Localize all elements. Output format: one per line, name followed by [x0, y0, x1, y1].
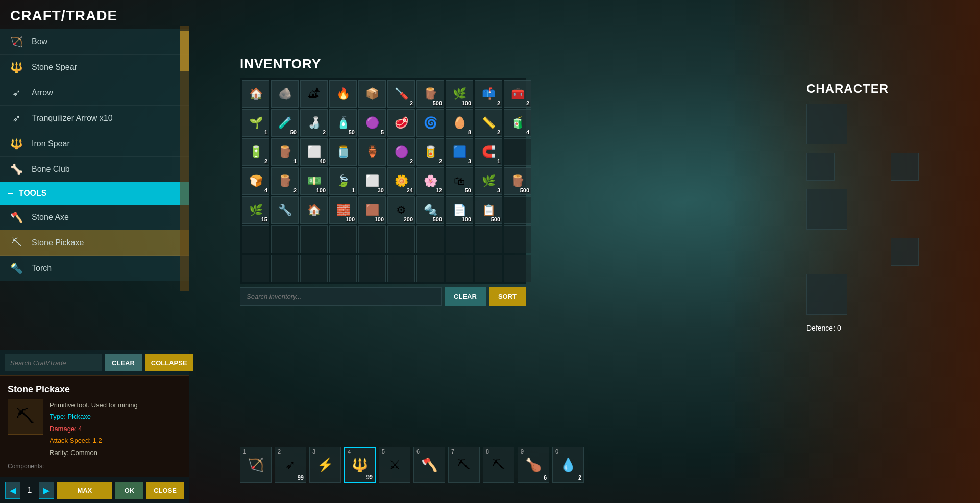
- inventory-cell-24[interactable]: 🏺: [358, 138, 386, 166]
- inventory-cell-30[interactable]: 🍞4: [242, 167, 270, 195]
- inventory-cell-47[interactable]: 📄100: [446, 196, 473, 224]
- inventory-cell-55[interactable]: [387, 225, 415, 253]
- inventory-cell-50[interactable]: [242, 225, 270, 253]
- hotbar-slot-3[interactable]: 3⚡: [309, 447, 341, 483]
- inventory-cell-29[interactable]: [504, 138, 531, 166]
- inventory-cell-42[interactable]: 🏠: [300, 196, 328, 224]
- craft-item-tranq-arrow[interactable]: ➶ Tranquilizer Arrow x10: [0, 106, 189, 131]
- hotbar-slot-6[interactable]: 6🪓: [413, 447, 445, 483]
- inventory-cell-57[interactable]: [446, 225, 473, 253]
- inventory-cell-23[interactable]: 🫙: [329, 138, 357, 166]
- craft-item-arrow[interactable]: ➶ Arrow: [0, 80, 189, 106]
- inventory-cell-61[interactable]: [271, 255, 299, 282]
- inventory-cell-41[interactable]: 🔧: [271, 196, 299, 224]
- inventory-cell-67[interactable]: [446, 255, 473, 282]
- inventory-cell-7[interactable]: 🌿100: [446, 80, 473, 108]
- inventory-cell-36[interactable]: 🌸12: [416, 167, 444, 195]
- inventory-cell-2[interactable]: 🏕: [300, 80, 328, 108]
- craft-item-bone-club[interactable]: 🦴 Bone Club: [0, 157, 189, 182]
- inventory-sort-button[interactable]: SORT: [489, 287, 526, 306]
- inventory-cell-6[interactable]: 🪵500: [416, 80, 444, 108]
- inventory-cell-17[interactable]: 🥚8: [446, 109, 473, 137]
- craft-search-input[interactable]: [5, 354, 102, 371]
- inventory-cell-3[interactable]: 🔥: [329, 80, 357, 108]
- inventory-cell-69[interactable]: [504, 255, 531, 282]
- inventory-cell-43[interactable]: 🧱100: [329, 196, 357, 224]
- inventory-cell-56[interactable]: [416, 225, 444, 253]
- hotbar-slot-7[interactable]: 7⛏: [448, 447, 480, 483]
- tools-section-header[interactable]: − TOOLS: [0, 182, 189, 205]
- hotbar-slot-9[interactable]: 9🍗6: [518, 447, 549, 483]
- inventory-cell-58[interactable]: [475, 225, 502, 253]
- inventory-cell-20[interactable]: 🔋2: [242, 138, 270, 166]
- inventory-cell-31[interactable]: 🪵2: [271, 167, 299, 195]
- hotbar-slot-4[interactable]: 4🔱99: [344, 447, 376, 483]
- inventory-cell-33[interactable]: 🍃1: [329, 167, 357, 195]
- craft-item-bow[interactable]: 🏹 Bow: [0, 29, 189, 55]
- inventory-cell-68[interactable]: [475, 255, 502, 282]
- craft-scrollbar[interactable]: [180, 26, 189, 291]
- inventory-cell-28[interactable]: 🧲1: [475, 138, 502, 166]
- inventory-cell-13[interactable]: 🧴50: [329, 109, 357, 137]
- craft-scrollbar-thumb[interactable]: [180, 31, 189, 71]
- craft-item-stone-pickaxe[interactable]: ⛏ Stone Pickaxe: [0, 230, 189, 256]
- inventory-cell-65[interactable]: [387, 255, 415, 282]
- inventory-cell-18[interactable]: 📏2: [475, 109, 502, 137]
- inventory-cell-48[interactable]: 📋500: [475, 196, 502, 224]
- inventory-cell-0[interactable]: 🏠: [242, 80, 270, 108]
- character-slot-3[interactable]: [891, 238, 919, 266]
- craft-item-stone-axe[interactable]: 🪓 Stone Axe: [0, 205, 189, 230]
- inventory-cell-53[interactable]: [329, 225, 357, 253]
- inventory-cell-66[interactable]: [416, 255, 444, 282]
- inventory-cell-52[interactable]: [300, 225, 328, 253]
- inventory-cell-26[interactable]: 🥫2: [416, 138, 444, 166]
- inventory-cell-9[interactable]: 🧰2: [504, 80, 531, 108]
- inventory-cell-51[interactable]: [271, 225, 299, 253]
- craft-close-button[interactable]: CLOSE: [146, 482, 184, 499]
- inventory-cell-63[interactable]: [329, 255, 357, 282]
- inventory-cell-8[interactable]: 📫2: [475, 80, 502, 108]
- inventory-cell-35[interactable]: 🌼24: [387, 167, 415, 195]
- hotbar-slot-1[interactable]: 1🏹: [240, 447, 272, 483]
- inventory-cell-60[interactable]: [242, 255, 270, 282]
- inventory-cell-62[interactable]: [300, 255, 328, 282]
- inventory-cell-64[interactable]: [358, 255, 386, 282]
- inventory-cell-4[interactable]: 📦: [358, 80, 386, 108]
- inventory-cell-40[interactable]: 🌿15: [242, 196, 270, 224]
- character-slot-2[interactable]: [891, 153, 919, 181]
- inventory-cell-49[interactable]: [504, 196, 531, 224]
- inventory-cell-21[interactable]: 🪵1: [271, 138, 299, 166]
- hotbar-slot-2[interactable]: 2➶99: [275, 447, 306, 483]
- inventory-cell-38[interactable]: 🌿3: [475, 167, 502, 195]
- inventory-cell-59[interactable]: [504, 225, 531, 253]
- inventory-cell-37[interactable]: 🛍50: [446, 167, 473, 195]
- inventory-cell-45[interactable]: ⚙200: [387, 196, 415, 224]
- character-main-slot[interactable]: [806, 104, 847, 144]
- craft-ok-button[interactable]: OK: [115, 482, 144, 499]
- character-body-slot[interactable]: [806, 189, 847, 230]
- inventory-cell-11[interactable]: 🧪50: [271, 109, 299, 137]
- inventory-clear-button[interactable]: CLEAR: [445, 287, 486, 306]
- inventory-cell-19[interactable]: 🧃4: [504, 109, 531, 137]
- craft-item-stone-spear[interactable]: 🔱 Stone Spear: [0, 55, 189, 80]
- craft-clear-button[interactable]: CLEAR: [105, 354, 142, 371]
- inventory-cell-34[interactable]: ⬜30: [358, 167, 386, 195]
- inventory-cell-14[interactable]: 🟣5: [358, 109, 386, 137]
- inventory-cell-25[interactable]: 🟣2: [387, 138, 415, 166]
- inventory-cell-44[interactable]: 🟫100: [358, 196, 386, 224]
- inventory-cell-46[interactable]: 🔩500: [416, 196, 444, 224]
- character-leg-slot[interactable]: [806, 274, 847, 315]
- craft-item-iron-spear[interactable]: 🔱 Iron Spear: [0, 131, 189, 157]
- inventory-cell-5[interactable]: 🪛2: [387, 80, 415, 108]
- hotbar-slot-8[interactable]: 8⛏: [483, 447, 514, 483]
- inventory-cell-16[interactable]: 🌀: [416, 109, 444, 137]
- inventory-cell-12[interactable]: 🍶2: [300, 109, 328, 137]
- character-slot-1[interactable]: [806, 153, 835, 181]
- inventory-cell-32[interactable]: 💵100: [300, 167, 328, 195]
- inventory-cell-22[interactable]: ⬜40: [300, 138, 328, 166]
- inventory-cell-54[interactable]: [358, 225, 386, 253]
- craft-next-button[interactable]: ▶: [39, 482, 54, 499]
- inventory-cell-39[interactable]: 🪵500: [504, 167, 531, 195]
- inventory-cell-10[interactable]: 🌱1: [242, 109, 270, 137]
- inventory-cell-27[interactable]: 🟦3: [446, 138, 473, 166]
